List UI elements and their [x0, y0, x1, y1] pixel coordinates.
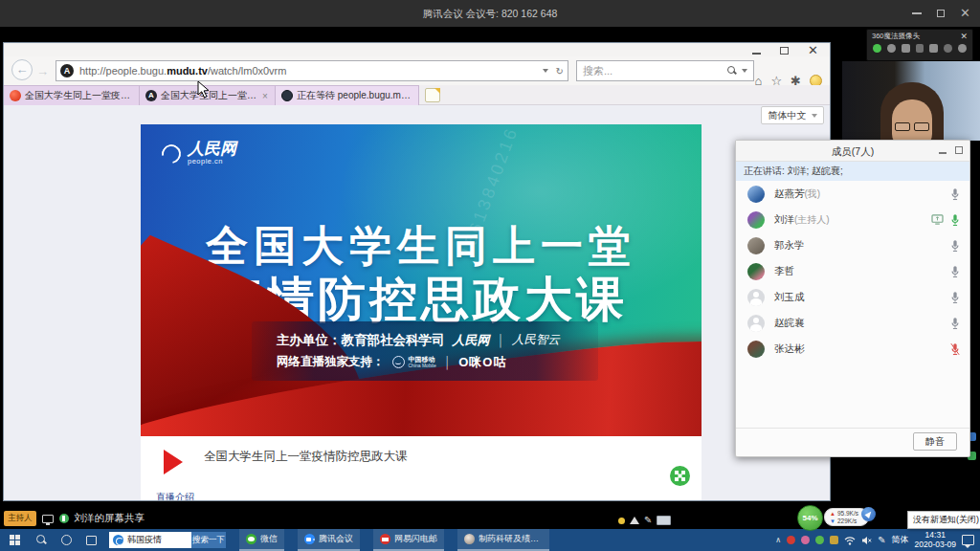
avatar [747, 341, 765, 358]
stream-title: 全国大学生同上一堂疫情防控思政大课 [204, 449, 408, 465]
tray-wechat-icon[interactable] [815, 536, 824, 544]
refresh-icon[interactable]: ↻ [556, 66, 564, 77]
member-row[interactable]: 李哲 [736, 258, 969, 284]
task-view-icon[interactable] [78, 529, 103, 551]
members-panel-titlebar: 成员(7人) [736, 141, 969, 162]
tray-app-pink-icon[interactable] [801, 536, 810, 544]
new-tab-button[interactable] [425, 88, 440, 102]
scene-icon[interactable] [929, 44, 938, 53]
mic-icon[interactable] [950, 187, 960, 201]
camera-close-icon[interactable]: ✕ [960, 33, 968, 40]
upload-arrow-icon: ▲ [830, 510, 835, 518]
panel-minimize-icon[interactable] [939, 152, 947, 154]
wifi-icon[interactable] [844, 536, 856, 545]
peoplecn-logo: 人民网 people.cn [162, 142, 236, 165]
browser-search-input[interactable]: 搜索... [576, 60, 754, 81]
speaking-status: 正在讲话: 刘洋; 赵皖襄; [736, 162, 969, 181]
mic-muted-icon[interactable] [950, 342, 960, 356]
effects-icon[interactable] [916, 44, 924, 53]
volume-icon[interactable] [630, 517, 639, 524]
camera-toolbar: 360魔法摄像头 ✕ [866, 29, 973, 61]
share-indicator: 主持人 刘洋的屏幕共享 [4, 510, 145, 527]
start-button[interactable] [0, 529, 29, 551]
mic-icon[interactable] [950, 291, 960, 304]
preview-box-icon[interactable] [657, 516, 671, 525]
taskbar-search-icon[interactable] [29, 529, 54, 551]
speaker-icon[interactable] [861, 536, 872, 545]
page-content: 简体中文 人民网 people.cn 15613840216 全国大学生同上一堂… [4, 105, 830, 500]
mic-icon[interactable] [950, 265, 960, 278]
address-bar[interactable]: A http://people.bugu.mudu.tv/watch/lm0x0… [56, 60, 568, 81]
banner-title-line1: 全国大学生同上一堂 [141, 218, 702, 275]
action-center-icon[interactable] [962, 535, 974, 545]
avatar [747, 186, 765, 203]
site-favicon: A [60, 64, 74, 77]
ime-mode-label[interactable]: 简体 [892, 534, 909, 546]
tab-3-active[interactable]: 正在等待 people.bugu.mudu.tv [276, 85, 419, 105]
taskbar-app-document[interactable]: 制药科研及绩效工... [457, 529, 549, 551]
china-mobile-icon [392, 356, 405, 368]
boost-rocket-icon[interactable] [861, 507, 876, 521]
taskbar-app-mail[interactable]: 网易闪电邮 [373, 529, 444, 551]
panel-maximize-icon[interactable] [955, 146, 963, 154]
browser-maximize-icon[interactable] [780, 47, 789, 55]
taskbar-app-wechat[interactable]: 微信 [239, 529, 284, 551]
member-row[interactable]: 赵燕芳 (我) [736, 181, 969, 207]
netease-mail-icon [380, 534, 390, 544]
member-row[interactable]: 张达彬 [736, 336, 969, 362]
notification-tooltip: 没有新通知(关闭) [907, 511, 980, 529]
url-dropdown-icon[interactable] [543, 69, 548, 73]
net-monitor-ball[interactable]: 54% [797, 505, 823, 531]
beauty-icon[interactable] [873, 44, 881, 53]
member-row[interactable]: 郭永学 [736, 232, 969, 258]
back-button[interactable]: ← [11, 59, 33, 80]
windows-logo-icon [10, 535, 20, 545]
member-row[interactable]: 刘玉成 [736, 284, 969, 310]
tray-camera-icon[interactable] [830, 536, 838, 544]
qr-code-icon[interactable] [670, 466, 690, 486]
tab-close-icon[interactable]: × [262, 91, 268, 101]
tray-app-red-icon[interactable] [787, 536, 795, 544]
monitor-icon [42, 515, 54, 523]
search-dropdown-icon[interactable] [742, 69, 747, 73]
members-panel: 成员(7人) 正在讲话: 刘洋; 赵皖襄; 赵燕芳 (我) 刘洋 (主持人) [735, 140, 970, 457]
taskbar-app-meeting[interactable]: 腾讯会议 [298, 529, 360, 551]
settings-icon[interactable] [958, 44, 967, 53]
cortana-icon[interactable] [54, 529, 78, 551]
page-section-label[interactable]: 直播介绍 [156, 491, 194, 500]
taskbar-search-box[interactable]: 韩国疫情 [109, 532, 191, 548]
props-icon[interactable] [944, 44, 952, 53]
mute-button[interactable]: 静音 [913, 432, 957, 451]
caption-icon[interactable] [902, 44, 910, 53]
pen-icon[interactable]: ✎ [644, 516, 652, 525]
status-dot-icon[interactable] [618, 518, 625, 524]
maximize-icon[interactable] [937, 10, 945, 17]
tray-expand-icon[interactable]: ∧ [775, 536, 781, 544]
taskbar-clock[interactable]: 14:31 2020-03-09 [915, 531, 956, 549]
member-row[interactable]: 刘洋 (主持人) [736, 207, 969, 232]
search-go-button[interactable]: 搜索一下 [191, 532, 226, 548]
close-icon[interactable]: ✕ [960, 9, 970, 17]
browser-titlebar: ✕ [4, 43, 830, 56]
system-tray: ∧ ✎ 简体 14:31 2020-03-09 [775, 531, 980, 549]
minimize-icon[interactable] [912, 12, 922, 14]
play-button[interactable] [164, 450, 183, 474]
browser-minimize-icon[interactable] [752, 53, 761, 55]
participant-video[interactable] [842, 61, 980, 141]
language-selector[interactable]: 简体中文 [761, 106, 824, 124]
emoji-icon[interactable] [887, 44, 896, 53]
mic-icon[interactable] [950, 239, 960, 253]
search-icon[interactable] [727, 66, 737, 76]
ime-pen-icon[interactable]: ✎ [878, 536, 885, 545]
people-favicon [10, 90, 21, 101]
forward-button[interactable]: → [36, 64, 49, 78]
event-banner: 人民网 people.cn 15613840216 全国大学生同上一堂 疫情防控… [141, 124, 702, 436]
browser-close-icon[interactable]: ✕ [808, 46, 818, 55]
tab-1[interactable]: 全国大学生同上一堂疫情防控思... [4, 85, 140, 105]
a-favicon: A [145, 90, 157, 101]
member-row[interactable]: 赵皖襄 [736, 310, 969, 336]
migu-logo: O咪O咕 [458, 354, 506, 371]
china-mobile-logo: 中国移动 China Mobile [392, 356, 436, 369]
mic-icon[interactable] [950, 317, 960, 330]
mic-icon[interactable] [950, 213, 960, 227]
